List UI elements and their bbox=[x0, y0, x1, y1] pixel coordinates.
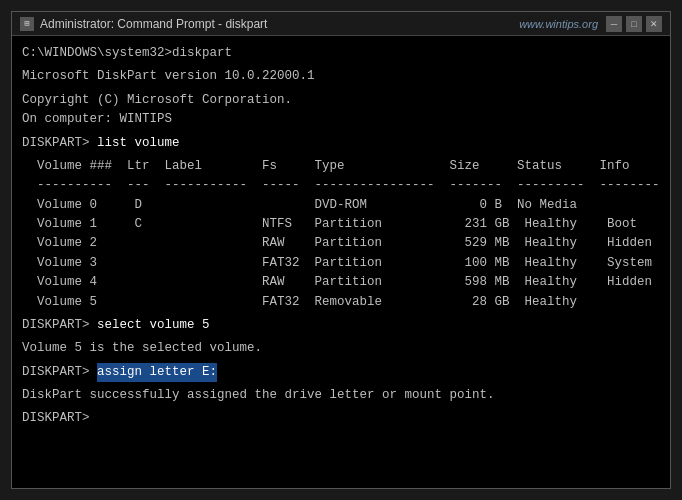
table-header-row: Volume ### Ltr Label Fs Type Size Status… bbox=[22, 157, 660, 176]
window-icon: ⊞ bbox=[20, 17, 34, 31]
maximize-button[interactable]: □ bbox=[626, 16, 642, 32]
window-controls[interactable]: ─ □ ✕ bbox=[606, 16, 662, 32]
watermark: www.wintips.org bbox=[519, 18, 598, 30]
prompt-text: DISKPART> bbox=[22, 316, 97, 335]
table-row: Volume 4 RAW Partition 598 MB Healthy Hi… bbox=[22, 273, 660, 292]
terminal-line: Microsoft DiskPart version 10.0.22000.1 bbox=[22, 67, 660, 86]
table-row: Volume 1 C NTFS Partition 231 GB Healthy… bbox=[22, 215, 660, 234]
table-row: Volume 2 RAW Partition 529 MB Healthy Hi… bbox=[22, 234, 660, 253]
close-button[interactable]: ✕ bbox=[646, 16, 662, 32]
table-row: Volume 0 D DVD-ROM 0 B No Media bbox=[22, 196, 660, 215]
table-row: Volume 3 FAT32 Partition 100 MB Healthy … bbox=[22, 254, 660, 273]
command-text: list volume bbox=[97, 134, 180, 153]
prompt-text: DISKPART> bbox=[22, 134, 97, 153]
prompt-text: DISKPART> bbox=[22, 409, 97, 428]
terminal-line: Volume 5 is the selected volume. bbox=[22, 339, 660, 358]
terminal-window: ⊞ Administrator: Command Prompt - diskpa… bbox=[11, 11, 671, 489]
command-input-line: C:\WINDOWS\system32>diskpart bbox=[22, 44, 660, 63]
titlebar: ⊞ Administrator: Command Prompt - diskpa… bbox=[12, 12, 670, 36]
prompt-text: DISKPART> bbox=[22, 363, 97, 382]
highlighted-prompt-line: DISKPART> assign letter E: bbox=[22, 363, 660, 382]
terminal-line: On computer: WINTIPS bbox=[22, 110, 660, 129]
table-row: Volume 5 FAT32 Removable 28 GB Healthy bbox=[22, 293, 660, 312]
table-separator: ---------- --- ----------- ----- -------… bbox=[22, 176, 660, 195]
terminal-line: DiskPart successfully assigned the drive… bbox=[22, 386, 660, 405]
terminal-line: Copyright (C) Microsoft Corporation. bbox=[22, 91, 660, 110]
terminal-body: C:\WINDOWS\system32>diskpartMicrosoft Di… bbox=[12, 36, 670, 488]
highlighted-command-text: assign letter E: bbox=[97, 363, 217, 382]
prompt-only-line: DISKPART> bbox=[22, 409, 660, 428]
prompt-line: DISKPART> list volume bbox=[22, 134, 660, 153]
minimize-button[interactable]: ─ bbox=[606, 16, 622, 32]
window-title: Administrator: Command Prompt - diskpart bbox=[40, 17, 519, 31]
command-text: select volume 5 bbox=[97, 316, 210, 335]
prompt-line: DISKPART> select volume 5 bbox=[22, 316, 660, 335]
